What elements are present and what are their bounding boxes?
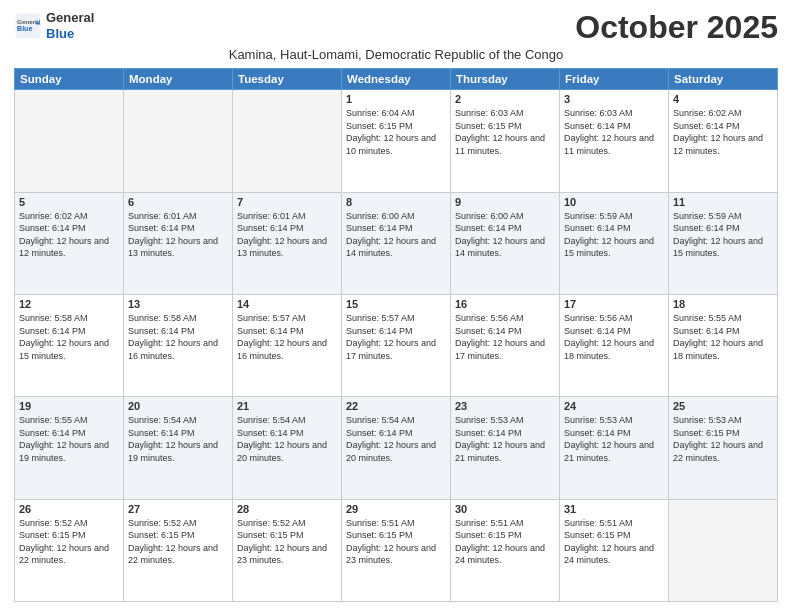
day-info: Sunrise: 5:53 AMSunset: 6:14 PMDaylight:… — [455, 414, 555, 464]
daylight-text: Daylight: 12 hours and 15 minutes. — [673, 235, 773, 260]
day-info: Sunrise: 5:52 AMSunset: 6:15 PMDaylight:… — [19, 517, 119, 567]
month-title: October 2025 — [575, 10, 778, 45]
daylight-text: Daylight: 12 hours and 13 minutes. — [237, 235, 337, 260]
daylight-text: Daylight: 12 hours and 22 minutes. — [19, 542, 119, 567]
daylight-text: Daylight: 12 hours and 11 minutes. — [455, 132, 555, 157]
col-thursday: Thursday — [451, 69, 560, 90]
page: General Blue General Blue October 2025 K… — [0, 0, 792, 612]
table-row: 22Sunrise: 5:54 AMSunset: 6:14 PMDayligh… — [342, 397, 451, 499]
table-row: 24Sunrise: 5:53 AMSunset: 6:14 PMDayligh… — [560, 397, 669, 499]
day-number: 8 — [346, 196, 446, 208]
sunrise-text: Sunrise: 5:51 AM — [346, 517, 446, 530]
day-number: 28 — [237, 503, 337, 515]
table-row — [15, 90, 124, 192]
daylight-text: Daylight: 12 hours and 16 minutes. — [237, 337, 337, 362]
sunset-text: Sunset: 6:15 PM — [346, 120, 446, 133]
sunset-text: Sunset: 6:14 PM — [564, 120, 664, 133]
table-row: 12Sunrise: 5:58 AMSunset: 6:14 PMDayligh… — [15, 294, 124, 396]
day-number: 15 — [346, 298, 446, 310]
calendar-week-row: 26Sunrise: 5:52 AMSunset: 6:15 PMDayligh… — [15, 499, 778, 601]
day-number: 10 — [564, 196, 664, 208]
daylight-text: Daylight: 12 hours and 14 minutes. — [346, 235, 446, 260]
sunset-text: Sunset: 6:14 PM — [346, 427, 446, 440]
sunset-text: Sunset: 6:14 PM — [564, 427, 664, 440]
day-number: 29 — [346, 503, 446, 515]
daylight-text: Daylight: 12 hours and 14 minutes. — [455, 235, 555, 260]
table-row: 29Sunrise: 5:51 AMSunset: 6:15 PMDayligh… — [342, 499, 451, 601]
sunrise-text: Sunrise: 6:01 AM — [128, 210, 228, 223]
logo-icon: General Blue — [14, 12, 42, 40]
day-info: Sunrise: 5:58 AMSunset: 6:14 PMDaylight:… — [19, 312, 119, 362]
sunset-text: Sunset: 6:15 PM — [346, 529, 446, 542]
day-number: 23 — [455, 400, 555, 412]
table-row: 5Sunrise: 6:02 AMSunset: 6:14 PMDaylight… — [15, 192, 124, 294]
col-sunday: Sunday — [15, 69, 124, 90]
day-info: Sunrise: 6:02 AMSunset: 6:14 PMDaylight:… — [673, 107, 773, 157]
calendar-table: Sunday Monday Tuesday Wednesday Thursday… — [14, 68, 778, 602]
sunset-text: Sunset: 6:15 PM — [564, 529, 664, 542]
sunset-text: Sunset: 6:14 PM — [673, 325, 773, 338]
daylight-text: Daylight: 12 hours and 20 minutes. — [346, 439, 446, 464]
sunset-text: Sunset: 6:14 PM — [128, 325, 228, 338]
sunset-text: Sunset: 6:14 PM — [237, 325, 337, 338]
table-row: 18Sunrise: 5:55 AMSunset: 6:14 PMDayligh… — [669, 294, 778, 396]
day-number: 3 — [564, 93, 664, 105]
sunset-text: Sunset: 6:15 PM — [237, 529, 337, 542]
sunrise-text: Sunrise: 5:53 AM — [673, 414, 773, 427]
sunrise-text: Sunrise: 5:57 AM — [237, 312, 337, 325]
daylight-text: Daylight: 12 hours and 24 minutes. — [564, 542, 664, 567]
logo-general: General — [46, 10, 94, 26]
sunrise-text: Sunrise: 5:51 AM — [455, 517, 555, 530]
daylight-text: Daylight: 12 hours and 12 minutes. — [19, 235, 119, 260]
sunrise-text: Sunrise: 5:53 AM — [455, 414, 555, 427]
daylight-text: Daylight: 12 hours and 19 minutes. — [128, 439, 228, 464]
sunrise-text: Sunrise: 5:53 AM — [564, 414, 664, 427]
sunset-text: Sunset: 6:14 PM — [455, 222, 555, 235]
daylight-text: Daylight: 12 hours and 10 minutes. — [346, 132, 446, 157]
sunset-text: Sunset: 6:15 PM — [455, 529, 555, 542]
sunset-text: Sunset: 6:14 PM — [128, 222, 228, 235]
table-row: 11Sunrise: 5:59 AMSunset: 6:14 PMDayligh… — [669, 192, 778, 294]
day-number: 20 — [128, 400, 228, 412]
daylight-text: Daylight: 12 hours and 13 minutes. — [128, 235, 228, 260]
day-info: Sunrise: 6:02 AMSunset: 6:14 PMDaylight:… — [19, 210, 119, 260]
sunrise-text: Sunrise: 5:55 AM — [19, 414, 119, 427]
sunrise-text: Sunrise: 5:56 AM — [564, 312, 664, 325]
sunset-text: Sunset: 6:14 PM — [455, 427, 555, 440]
sunrise-text: Sunrise: 6:03 AM — [564, 107, 664, 120]
day-number: 5 — [19, 196, 119, 208]
day-info: Sunrise: 6:00 AMSunset: 6:14 PMDaylight:… — [455, 210, 555, 260]
table-row: 28Sunrise: 5:52 AMSunset: 6:15 PMDayligh… — [233, 499, 342, 601]
table-row: 8Sunrise: 6:00 AMSunset: 6:14 PMDaylight… — [342, 192, 451, 294]
sunrise-text: Sunrise: 6:02 AM — [673, 107, 773, 120]
day-info: Sunrise: 5:58 AMSunset: 6:14 PMDaylight:… — [128, 312, 228, 362]
daylight-text: Daylight: 12 hours and 15 minutes. — [564, 235, 664, 260]
svg-text:Blue: Blue — [17, 25, 32, 32]
day-info: Sunrise: 5:56 AMSunset: 6:14 PMDaylight:… — [455, 312, 555, 362]
table-row: 31Sunrise: 5:51 AMSunset: 6:15 PMDayligh… — [560, 499, 669, 601]
sunrise-text: Sunrise: 5:52 AM — [19, 517, 119, 530]
day-info: Sunrise: 6:01 AMSunset: 6:14 PMDaylight:… — [128, 210, 228, 260]
logo-blue: Blue — [46, 26, 94, 42]
col-monday: Monday — [124, 69, 233, 90]
table-row: 10Sunrise: 5:59 AMSunset: 6:14 PMDayligh… — [560, 192, 669, 294]
table-row: 17Sunrise: 5:56 AMSunset: 6:14 PMDayligh… — [560, 294, 669, 396]
day-number: 12 — [19, 298, 119, 310]
sunrise-text: Sunrise: 5:56 AM — [455, 312, 555, 325]
daylight-text: Daylight: 12 hours and 23 minutes. — [346, 542, 446, 567]
day-number: 17 — [564, 298, 664, 310]
sunset-text: Sunset: 6:14 PM — [455, 325, 555, 338]
daylight-text: Daylight: 12 hours and 17 minutes. — [346, 337, 446, 362]
day-info: Sunrise: 5:56 AMSunset: 6:14 PMDaylight:… — [564, 312, 664, 362]
sunset-text: Sunset: 6:14 PM — [19, 325, 119, 338]
daylight-text: Daylight: 12 hours and 22 minutes. — [673, 439, 773, 464]
col-friday: Friday — [560, 69, 669, 90]
day-info: Sunrise: 5:54 AMSunset: 6:14 PMDaylight:… — [237, 414, 337, 464]
day-info: Sunrise: 6:03 AMSunset: 6:15 PMDaylight:… — [455, 107, 555, 157]
table-row: 2Sunrise: 6:03 AMSunset: 6:15 PMDaylight… — [451, 90, 560, 192]
day-info: Sunrise: 5:51 AMSunset: 6:15 PMDaylight:… — [455, 517, 555, 567]
sunset-text: Sunset: 6:14 PM — [19, 222, 119, 235]
day-number: 25 — [673, 400, 773, 412]
sunrise-text: Sunrise: 6:02 AM — [19, 210, 119, 223]
day-info: Sunrise: 5:53 AMSunset: 6:14 PMDaylight:… — [564, 414, 664, 464]
